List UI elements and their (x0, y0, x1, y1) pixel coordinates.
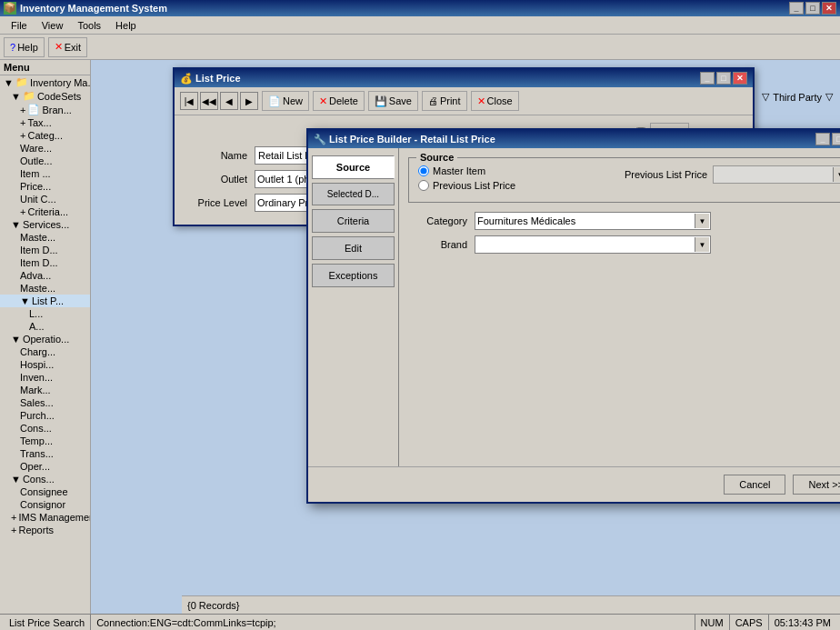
leaf-icon: + (20, 105, 25, 115)
sidebar-item-itemd1[interactable]: Item D... (0, 244, 90, 256)
help-icon: ? (10, 42, 15, 53)
sidebar-item-oper[interactable]: Oper... (0, 460, 90, 473)
sidebar-item-cons[interactable]: Cons... (0, 422, 90, 435)
sidebar-item-consignee[interactable]: Consignee (0, 485, 90, 498)
category-select-wrapper: Fournitures Médicales ▼ (475, 212, 711, 230)
save-button[interactable]: 💾 Save (368, 91, 418, 111)
sidebar-item-listp[interactable]: ▼ List P... (0, 295, 90, 307)
nav-tab-source[interactable]: Source (312, 155, 395, 179)
nav-tab-criteria[interactable]: Criteria (312, 209, 395, 233)
category-select[interactable]: Fournitures Médicales (475, 212, 711, 230)
sidebar-item-trans[interactable]: Trans... (0, 447, 90, 460)
list-price-maximize-btn[interactable]: □ (716, 72, 731, 85)
sidebar-item-operations[interactable]: ▼ Operatio... (0, 333, 90, 345)
builder-window-controls: _ □ ✕ (815, 133, 840, 145)
nav-next-btn[interactable]: ▶ (240, 92, 258, 110)
sidebar-item-reports[interactable]: + Reports (0, 524, 90, 536)
save-label: Save (389, 95, 412, 106)
expand-icon: ▼ (11, 219, 21, 230)
sidebar-item-l[interactable]: L... (0, 307, 90, 320)
sidebar-item-criteria[interactable]: + Criteria... (0, 205, 90, 218)
prev-list-price-dropdown-label: Previous List Price (625, 169, 707, 180)
sidebar-item-ims-mgmt[interactable]: + IMS Management (0, 511, 90, 524)
sidebar-item-adva[interactable]: Adva... (0, 269, 90, 282)
menu-view[interactable]: View (35, 18, 71, 33)
builder-maximize-btn[interactable]: □ (832, 133, 840, 145)
app-title-bar: 📦 Inventory Management System _ □ ✕ (0, 0, 840, 16)
sidebar-item-purch[interactable]: Purch... (0, 409, 90, 422)
nav-tab-selected[interactable]: Selected D... (312, 183, 395, 205)
sidebar-item-charg[interactable]: Charg... (0, 345, 90, 358)
sidebar-item-temp[interactable]: Temp... (0, 435, 90, 447)
builder-icon: 🔧 (314, 134, 326, 145)
brand-row: Brand ▼ (408, 235, 840, 254)
sidebar-item-warehouse[interactable]: Ware... (0, 142, 90, 155)
sidebar-item-outlet[interactable]: Outle... (0, 155, 90, 167)
master-item-radio-row: Master Item (418, 165, 615, 176)
sidebar-item-itemd2[interactable]: Item D... (0, 256, 90, 269)
expand-icon: ▼ (11, 91, 21, 102)
sidebar-item-master[interactable]: Maste... (0, 231, 90, 244)
sidebar-item-item[interactable]: Item ... (0, 167, 90, 180)
sidebar-item-unitc[interactable]: Unit C... (0, 193, 90, 205)
sidebar-item-tax[interactable]: + Tax... (0, 116, 90, 129)
print-button[interactable]: 🖨 Print (422, 91, 467, 111)
menu-help[interactable]: Help (108, 18, 144, 33)
nav-tab-exceptions[interactable]: Exceptions (312, 264, 395, 287)
records-text: {0 Records} (187, 600, 239, 611)
list-price-title: List Price (195, 73, 241, 84)
builder-minimize-btn[interactable]: _ (815, 133, 830, 145)
sidebar-item-services[interactable]: ▼ Services... (0, 218, 90, 231)
exit-icon: ✕ (55, 41, 63, 53)
sidebar-item-sales[interactable]: Sales... (0, 396, 90, 409)
delete-icon: ✕ (319, 95, 327, 107)
menu-file[interactable]: File (4, 18, 35, 33)
help-button[interactable]: ? Help (4, 37, 45, 57)
sidebar-item-consignor[interactable]: Consignor (0, 498, 90, 511)
connection-text: Connection:ENG=cdt:CommLinks=tcpip; (96, 617, 275, 628)
nav-prev-btn[interactable]: ◀ (220, 92, 238, 110)
delete-button[interactable]: ✕ Delete (313, 91, 365, 111)
cancel-button[interactable]: Cancel (724, 475, 785, 495)
app-title: Inventory Management System (20, 3, 167, 14)
minimize-button[interactable]: _ (789, 2, 804, 15)
delete-label: Delete (329, 95, 358, 106)
filter-icon: ▽ (762, 91, 769, 103)
sidebar-item-inventory[interactable]: ▼ 📁 Inventory Ma... (0, 75, 90, 89)
sidebar-item-cons-group[interactable]: ▼ Cons... (0, 473, 90, 485)
master-item-radio[interactable] (418, 165, 429, 176)
nav-prev-prev-btn[interactable]: ◀◀ (200, 92, 218, 110)
sidebar-item-a[interactable]: A... (0, 320, 90, 333)
exit-button[interactable]: ✕ Exit (48, 37, 87, 57)
maximize-button[interactable]: □ (805, 2, 820, 15)
new-button[interactable]: 📄 New (262, 91, 309, 111)
nav-first-btn[interactable]: |◀ (180, 92, 198, 110)
leaf-icon: + (20, 130, 25, 141)
num-label: NUM (701, 617, 724, 628)
next-button[interactable]: Next >> (793, 475, 840, 495)
sidebar-item-maste2[interactable]: Maste... (0, 282, 90, 295)
list-price-minimize-btn[interactable]: _ (700, 72, 715, 85)
menu-tools[interactable]: Tools (70, 18, 108, 33)
nav-tab-edit[interactable]: Edit (312, 236, 395, 260)
brand-select[interactable] (475, 235, 711, 254)
sidebar-item-category[interactable]: + Categ... (0, 129, 90, 142)
prev-list-price-select-wrapper: ▼ (713, 165, 840, 184)
sidebar-item-inven[interactable]: Inven... (0, 371, 90, 384)
close-icon: ✕ (477, 95, 485, 107)
builder-title-bar: 🔧 List Price Builder - Retail List Price… (308, 130, 840, 148)
close-app-button[interactable]: ✕ (822, 2, 836, 15)
sidebar-item-brand[interactable]: + 📄 Bran... (0, 103, 90, 116)
sidebar-item-price[interactable]: Price... (0, 180, 90, 193)
builder-footer: Cancel Next >> (308, 466, 840, 502)
name-label: Name (184, 150, 247, 161)
nav-source-label: Source (336, 162, 370, 173)
list-price-close-btn[interactable]: ✕ (733, 72, 747, 85)
prev-list-price-select[interactable] (713, 165, 840, 184)
sidebar-item-codesets[interactable]: ▼ 📁 CodeSets (0, 89, 90, 103)
prev-list-price-radio[interactable] (418, 180, 429, 191)
sidebar-item-mark[interactable]: Mark... (0, 384, 90, 396)
caps-label: CAPS (735, 617, 763, 628)
close-button[interactable]: ✕ Close (471, 91, 519, 111)
sidebar-item-hospi[interactable]: Hospi... (0, 358, 90, 371)
